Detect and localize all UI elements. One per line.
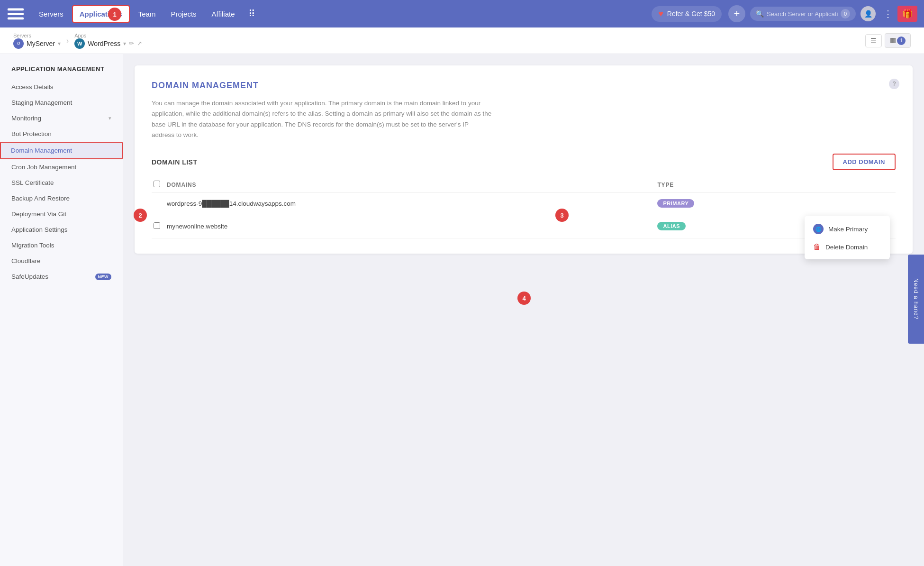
heart-icon: ♥	[658, 9, 663, 19]
grid-icon[interactable]: ⠿	[244, 5, 260, 22]
apps-label: Apps	[74, 33, 142, 38]
domain-alias: mynewonline.website	[167, 214, 657, 238]
view-toggle: ☰ ▦1	[865, 33, 911, 48]
breadcrumb: Servers ↺ MyServer ▾ › Apps W WordPress …	[0, 27, 924, 54]
servers-label: Servers	[13, 33, 61, 38]
sidebar-item-safeupdates[interactable]: SafeUpdates NEW	[0, 269, 123, 284]
list-view-button[interactable]: ☰	[865, 34, 882, 47]
app-breadcrumb: Apps W WordPress ▾ ✏ ↗	[74, 33, 142, 49]
new-badge: NEW	[95, 274, 112, 280]
step-3-badge: 3	[555, 209, 569, 222]
server-chevron-icon[interactable]: ▾	[58, 40, 61, 47]
app-chevron-icon[interactable]: ▾	[123, 40, 126, 47]
sidebar-item-cloudflare[interactable]: Cloudflare	[0, 253, 123, 269]
sidebar-item-cron-job[interactable]: Cron Job Management	[0, 159, 123, 175]
sidebar-item-ssl[interactable]: SSL Certificate	[0, 175, 123, 191]
make-primary-label: Make Primary	[828, 226, 868, 233]
sidebar-item-app-settings[interactable]: Application Settings	[0, 222, 123, 237]
search-input[interactable]	[767, 10, 838, 18]
col-domains: DOMAINS	[167, 177, 657, 193]
avatar[interactable]: 👤	[861, 6, 876, 21]
svg-rect-0	[8, 9, 24, 11]
col-type: TYPE	[657, 177, 813, 193]
domain-checkbox[interactable]	[154, 222, 160, 229]
add-domain-button[interactable]: ADD DOMAIN	[833, 154, 896, 170]
sidebar-item-domain-management[interactable]: Domain Management	[0, 142, 123, 159]
server-breadcrumb: Servers ↺ MyServer ▾	[13, 33, 61, 49]
sidebar: Application Management Access Details St…	[0, 54, 123, 566]
domain-management-title: DOMAIN MANAGEMENT	[152, 81, 896, 91]
table-row: wordpress-9██████14.cloudwaysapps.com PR…	[152, 193, 896, 214]
svg-rect-2	[8, 18, 24, 20]
delete-domain-button[interactable]: 🗑 Delete Domain	[805, 238, 890, 256]
side-help-panel[interactable]: Need a hand?	[908, 255, 924, 343]
context-menu: 🌐 Make Primary 🗑 Delete Domain	[805, 216, 890, 259]
gift-icon[interactable]: 🎁	[897, 6, 917, 22]
logo[interactable]	[7, 5, 25, 23]
avatar-icon: 👤	[864, 10, 872, 18]
search-icon: 🔍	[756, 10, 764, 18]
server-icon: ↺	[13, 38, 24, 49]
app-name: WordPress	[88, 40, 120, 47]
search-bar: 🔍 0	[750, 7, 856, 21]
domain-description: You can manage the domain associated wit…	[152, 98, 493, 140]
domain-list-header: DOMAIN LIST ADD DOMAIN	[152, 154, 896, 170]
type-alias: ALIAS	[657, 214, 813, 238]
sidebar-title: Application Management	[0, 65, 123, 79]
nav-affiliate[interactable]: Affiliate	[205, 6, 242, 22]
need-help-label[interactable]: Need a hand?	[908, 255, 924, 343]
type-primary: PRIMARY	[657, 193, 813, 214]
server-name: MyServer	[27, 40, 55, 47]
primary-badge: PRIMARY	[657, 199, 694, 208]
svg-rect-1	[8, 13, 24, 15]
search-count: 0	[841, 9, 850, 18]
more-options-icon[interactable]: ⋮	[883, 8, 893, 19]
top-navigation: Servers Applications Team Projects Affil…	[0, 0, 924, 27]
sidebar-item-migration[interactable]: Migration Tools	[0, 237, 123, 253]
sidebar-item-backup[interactable]: Backup And Restore	[0, 191, 123, 206]
nav-projects[interactable]: Projects	[164, 6, 203, 22]
external-link-icon[interactable]: ↗	[137, 40, 142, 47]
step-1-badge: 1	[108, 8, 121, 21]
nav-servers[interactable]: Servers	[32, 6, 70, 22]
sidebar-item-git[interactable]: Deployment Via Git	[0, 206, 123, 222]
main-layout: Application Management Access Details St…	[0, 54, 924, 566]
edit-icon[interactable]: ✏	[129, 40, 134, 47]
chevron-down-icon: ▾	[109, 115, 111, 121]
domain-management-card: ? DOMAIN MANAGEMENT You can manage the d…	[135, 65, 913, 254]
wordpress-icon: W	[74, 38, 85, 49]
sidebar-item-access-details[interactable]: Access Details	[0, 79, 123, 95]
add-button[interactable]: +	[728, 5, 745, 22]
make-primary-button[interactable]: 🌐 Make Primary	[805, 219, 890, 238]
context-menu-container: ⋮ 🌐 Make Primary 🗑 Delete Domain	[813, 220, 890, 232]
sidebar-item-staging[interactable]: Staging Management	[0, 95, 123, 110]
domain-table: DOMAINS TYPE wordpress-9██████14.cloudwa…	[152, 177, 896, 238]
breadcrumb-separator: ›	[64, 37, 71, 45]
grid-count-badge: 1	[897, 37, 906, 45]
sidebar-item-bot-protection[interactable]: Bot Protection	[0, 126, 123, 142]
table-row: mynewonline.website ALIAS ⋮ 🌐 Make Prim	[152, 214, 896, 238]
alias-badge: ALIAS	[657, 222, 686, 230]
grid-view-button[interactable]: ▦1	[885, 33, 911, 48]
domain-list-title: DOMAIN LIST	[152, 158, 198, 166]
domain-primary: wordpress-9██████14.cloudwaysapps.com	[167, 193, 657, 214]
help-icon[interactable]: ?	[889, 79, 899, 89]
sidebar-item-monitoring[interactable]: Monitoring ▾	[0, 110, 123, 126]
make-primary-icon: 🌐	[813, 224, 824, 234]
step-2-badge: 2	[134, 209, 147, 222]
content-area: ? DOMAIN MANAGEMENT You can manage the d…	[123, 54, 924, 566]
refer-button[interactable]: ♥ Refer & Get $50	[652, 6, 722, 22]
select-all-checkbox[interactable]	[154, 181, 160, 187]
delete-domain-label: Delete Domain	[825, 244, 868, 251]
delete-icon: 🗑	[813, 243, 821, 251]
nav-team[interactable]: Team	[132, 6, 163, 22]
refer-label: Refer & Get $50	[667, 10, 715, 18]
step-4-badge: 4	[517, 292, 531, 305]
